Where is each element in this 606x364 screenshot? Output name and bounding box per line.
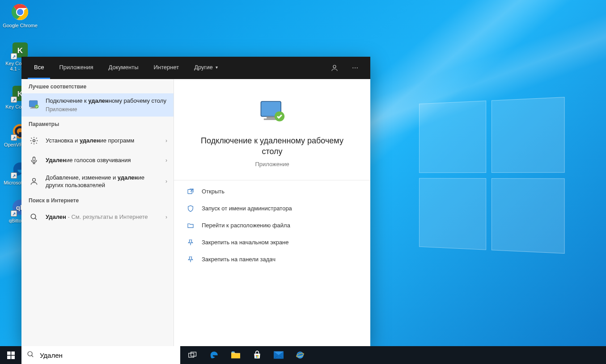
search-icon bbox=[28, 211, 40, 223]
shield-icon bbox=[186, 205, 195, 213]
svg-rect-27 bbox=[7, 351, 11, 355]
chevron-right-icon: › bbox=[165, 178, 167, 184]
svg-rect-36 bbox=[232, 351, 234, 353]
section-header-web: Поиск в Интернете bbox=[21, 193, 174, 207]
chevron-down-icon: ▾ bbox=[216, 65, 218, 70]
search-input[interactable] bbox=[40, 351, 175, 359]
gear-icon bbox=[28, 134, 40, 147]
svg-rect-34 bbox=[191, 352, 196, 356]
svg-rect-28 bbox=[11, 351, 15, 355]
taskbar-search-box[interactable] bbox=[21, 346, 180, 364]
svg-rect-33 bbox=[189, 353, 194, 357]
result-type: Приложение bbox=[46, 106, 167, 113]
shortcut-arrow-icon: ↗ bbox=[11, 172, 17, 179]
windows-logo-wallpaper bbox=[419, 97, 565, 254]
taskbar-file-explorer[interactable] bbox=[225, 346, 246, 364]
tab-documents[interactable]: Документы bbox=[102, 57, 144, 79]
result-title: Удаление голосов озвучивания bbox=[46, 156, 160, 164]
pin-icon bbox=[186, 238, 195, 247]
detail-subtitle: Приложение bbox=[255, 161, 289, 167]
svg-point-19 bbox=[33, 179, 36, 182]
chevron-right-icon: › bbox=[165, 214, 167, 220]
feedback-button[interactable] bbox=[326, 59, 343, 77]
taskbar-store[interactable] bbox=[246, 346, 268, 364]
svg-rect-39 bbox=[256, 356, 257, 358]
svg-rect-35 bbox=[231, 354, 240, 358]
search-icon bbox=[27, 351, 34, 360]
section-header-settings: Параметры bbox=[21, 117, 174, 131]
svg-point-12 bbox=[333, 65, 336, 68]
svg-rect-30 bbox=[11, 356, 15, 359]
section-header-best-match: Лучшее соответствие bbox=[21, 79, 174, 93]
svg-rect-40 bbox=[257, 356, 259, 358]
svg-point-31 bbox=[28, 351, 32, 356]
svg-rect-37 bbox=[256, 355, 257, 356]
detail-title: Подключение к удаленному рабочему столу bbox=[174, 135, 370, 157]
tab-apps[interactable]: Приложения bbox=[53, 57, 99, 79]
result-title: Удален - См. результаты в Интернете bbox=[46, 213, 160, 221]
svg-rect-26 bbox=[188, 189, 192, 193]
svg-line-21 bbox=[35, 218, 37, 220]
svg-rect-14 bbox=[31, 107, 35, 108]
tab-more[interactable]: Другие▾ bbox=[188, 57, 224, 79]
svg-line-32 bbox=[32, 355, 34, 357]
pin-icon bbox=[186, 255, 195, 264]
taskbar bbox=[0, 346, 606, 364]
result-remote-desktop[interactable]: Подключение к удаленному рабочему столу … bbox=[21, 93, 174, 117]
search-detail-pane: Подключение к удаленному рабочему столу … bbox=[174, 79, 370, 346]
svg-rect-23 bbox=[267, 117, 275, 119]
result-settings-users[interactable]: Добавление, изменение и удаление других … bbox=[21, 170, 174, 193]
desktop-icon-label: Google Chrome bbox=[3, 23, 38, 28]
result-title: Добавление, изменение и удаление других … bbox=[46, 174, 160, 189]
detail-actions: Открыть Запуск от имени администратора П… bbox=[174, 180, 370, 268]
tab-internet[interactable]: Интернет bbox=[147, 57, 185, 79]
chrome-icon bbox=[11, 3, 30, 21]
tab-all[interactable]: Все bbox=[28, 57, 50, 79]
taskbar-ie[interactable] bbox=[289, 346, 311, 364]
desktop-icon-chrome[interactable]: Google Chrome bbox=[3, 3, 38, 28]
action-label: Открыть bbox=[202, 188, 225, 195]
more-options-button[interactable]: ⋯ bbox=[346, 59, 364, 77]
microphone-icon bbox=[28, 154, 40, 167]
action-label: Закрепить на панели задач bbox=[202, 256, 275, 263]
action-file-location[interactable]: Перейти к расположению файла bbox=[174, 217, 370, 234]
start-button[interactable] bbox=[0, 346, 21, 364]
shortcut-arrow-icon: ↗ bbox=[11, 210, 17, 217]
shortcut-arrow-icon: ↗ bbox=[11, 96, 17, 103]
task-view-button[interactable] bbox=[182, 346, 203, 364]
action-label: Закрепить на начальном экране bbox=[202, 239, 289, 246]
action-pin-taskbar[interactable]: Закрепить на панели задач bbox=[174, 251, 370, 268]
remote-desktop-icon bbox=[28, 99, 40, 111]
taskbar-edge[interactable] bbox=[203, 346, 225, 364]
svg-text:K: K bbox=[17, 46, 23, 55]
start-search-panel: Все Приложения Документы Интернет Другие… bbox=[21, 57, 370, 346]
folder-icon bbox=[186, 222, 195, 230]
shortcut-arrow-icon: ↗ bbox=[11, 53, 17, 59]
svg-rect-18 bbox=[33, 157, 35, 161]
action-label: Перейти к расположению файла bbox=[202, 222, 290, 229]
result-title: Установка и удаление программ bbox=[46, 137, 160, 145]
svg-rect-29 bbox=[7, 356, 11, 359]
svg-point-20 bbox=[31, 214, 36, 219]
search-results-list: Лучшее соответствие Подключение к удален… bbox=[21, 79, 174, 346]
svg-rect-9 bbox=[19, 132, 21, 137]
user-icon bbox=[28, 175, 40, 188]
taskbar-mail[interactable] bbox=[268, 346, 289, 364]
chevron-right-icon: › bbox=[165, 138, 167, 144]
svg-point-17 bbox=[33, 139, 35, 142]
search-tabs-header: Все Приложения Документы Интернет Другие… bbox=[21, 57, 370, 79]
result-web-search[interactable]: Удален - См. результаты в Интернете › bbox=[21, 207, 174, 227]
action-label: Запуск от имени администратора bbox=[202, 205, 292, 212]
open-icon bbox=[186, 188, 195, 196]
remote-desktop-icon bbox=[257, 97, 288, 127]
result-settings-programs[interactable]: Установка и удаление программ › bbox=[21, 131, 174, 151]
svg-rect-38 bbox=[257, 355, 259, 356]
result-settings-voices[interactable]: Удаление голосов озвучивания › bbox=[21, 151, 174, 170]
action-open[interactable]: Открыть bbox=[174, 183, 370, 200]
result-title: Подключение к удаленному рабочему столу bbox=[46, 97, 167, 105]
action-pin-start[interactable]: Закрепить на начальном экране bbox=[174, 234, 370, 251]
chevron-right-icon: › bbox=[165, 157, 167, 163]
shortcut-arrow-icon: ↗ bbox=[11, 134, 17, 141]
action-run-admin[interactable]: Запуск от имени администратора bbox=[174, 200, 370, 217]
